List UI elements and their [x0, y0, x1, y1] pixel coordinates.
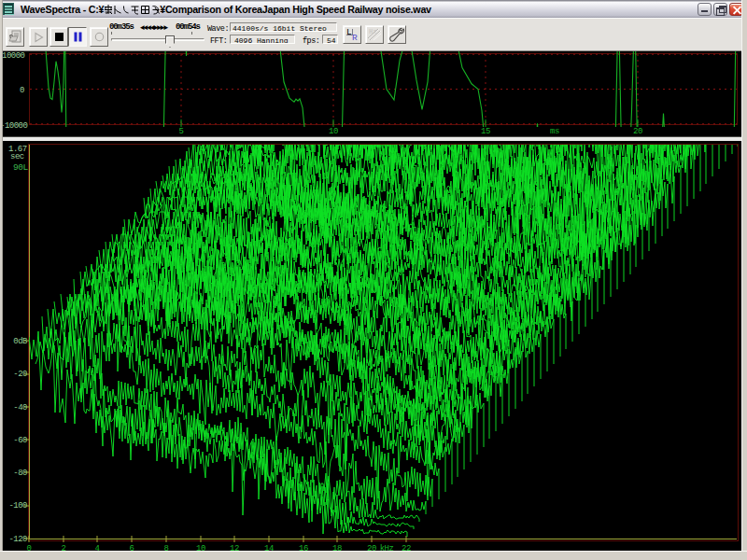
svg-text:5: 5: [179, 127, 184, 135]
svg-text:-20: -20: [13, 370, 27, 379]
svg-text:-60: -60: [13, 436, 27, 445]
svg-text:-120: -120: [8, 535, 27, 544]
svg-text:16: 16: [299, 544, 308, 552]
svg-text:-80: -80: [13, 469, 27, 478]
svg-text:20: 20: [367, 544, 376, 552]
svg-text:90L: 90L: [13, 162, 28, 173]
svg-text:15: 15: [481, 127, 490, 135]
svg-text:-100: -100: [8, 501, 27, 511]
svg-text:ms: ms: [550, 127, 559, 135]
svg-text:0: 0: [20, 86, 24, 95]
svg-text:10000: 10000: [2, 51, 25, 61]
svg-text:22: 22: [402, 544, 411, 552]
svg-text:2: 2: [62, 544, 66, 552]
svg-text:kHz: kHz: [380, 544, 394, 552]
svg-text:8: 8: [164, 544, 169, 552]
svg-text:12: 12: [230, 544, 239, 552]
svg-text:18: 18: [332, 544, 342, 552]
svg-text:10: 10: [329, 127, 338, 135]
svg-text:20: 20: [633, 127, 642, 135]
svg-text:6: 6: [130, 544, 134, 552]
svg-text:14: 14: [264, 544, 274, 552]
svg-text:0: 0: [27, 544, 32, 552]
svg-text:sec: sec: [10, 152, 24, 161]
svg-text:10: 10: [196, 544, 205, 552]
svg-text:-40: -40: [13, 403, 27, 413]
svg-text:0dB: 0dB: [13, 337, 28, 346]
svg-text:4: 4: [95, 544, 100, 552]
svg-text:-10000: -10000: [0, 121, 28, 131]
